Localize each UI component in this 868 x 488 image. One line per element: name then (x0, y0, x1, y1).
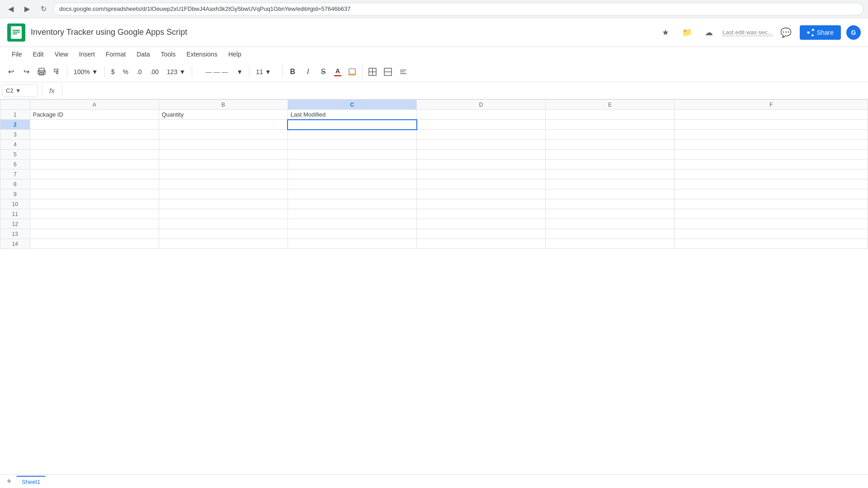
comments-button[interactable]: 💬 (778, 24, 794, 41)
cell-e7[interactable] (546, 169, 675, 179)
row-header-4[interactable]: 4 (0, 140, 30, 150)
cell-a2[interactable] (30, 120, 159, 130)
cell-e13[interactable] (546, 229, 675, 239)
add-sheet-button[interactable]: + (4, 476, 14, 487)
formula-input[interactable] (66, 84, 866, 97)
cell-d7[interactable] (417, 169, 546, 179)
cell-f6[interactable] (675, 160, 868, 169)
folder-button[interactable]: 📁 (679, 24, 695, 41)
strikethrough-button[interactable]: S (316, 65, 330, 79)
row-header-13[interactable]: 13 (0, 229, 30, 239)
row-header-6[interactable]: 6 (0, 160, 30, 169)
cell-f12[interactable] (675, 219, 868, 229)
col-header-e[interactable]: E (546, 100, 675, 110)
zoom-selector[interactable]: 100% ▼ (70, 66, 102, 77)
cell-a6[interactable] (30, 160, 159, 169)
row-header-1[interactable]: 1 (0, 110, 30, 120)
cell-e14[interactable] (546, 239, 675, 249)
cell-b14[interactable] (159, 239, 288, 249)
cell-e11[interactable] (546, 209, 675, 219)
cell-d6[interactable] (417, 160, 546, 169)
cell-e5[interactable] (546, 150, 675, 160)
col-header-c[interactable]: C (288, 100, 416, 110)
address-bar[interactable]: docs.google.com/spreadsheets/d/1lOeuwp2x… (53, 3, 863, 15)
italic-button[interactable]: I (301, 65, 315, 79)
col-header-b[interactable]: B (159, 100, 288, 110)
cell-d4[interactable] (417, 140, 546, 150)
row-header-5[interactable]: 5 (0, 150, 30, 160)
cell-a10[interactable] (30, 199, 159, 209)
row-header-8[interactable]: 8 (0, 179, 30, 189)
cell-a3[interactable] (30, 130, 159, 140)
cell-f10[interactable] (675, 199, 868, 209)
fill-color-button[interactable] (345, 65, 359, 79)
menu-data[interactable]: Data (132, 49, 155, 60)
col-header-f[interactable]: F (675, 100, 868, 110)
cell-c2[interactable] (288, 120, 416, 130)
cell-c3[interactable] (288, 130, 416, 140)
merge-cells-button[interactable] (381, 65, 395, 79)
menu-format[interactable]: Format (101, 49, 130, 60)
cell-d11[interactable] (417, 209, 546, 219)
cell-c5[interactable] (288, 150, 416, 160)
cell-a11[interactable] (30, 209, 159, 219)
row-header-12[interactable]: 12 (0, 219, 30, 229)
row-header-3[interactable]: 3 (0, 130, 30, 140)
cell-b2[interactable] (159, 120, 288, 130)
row-header-7[interactable]: 7 (0, 169, 30, 179)
cell-f13[interactable] (675, 229, 868, 239)
cell-a4[interactable] (30, 140, 159, 150)
print-button[interactable] (34, 65, 49, 79)
cell-e10[interactable] (546, 199, 675, 209)
cell-e8[interactable] (546, 179, 675, 189)
cell-f11[interactable] (675, 209, 868, 219)
decimal-inc-button[interactable]: .00 (146, 66, 162, 77)
cell-e12[interactable] (546, 219, 675, 229)
cell-c6[interactable] (288, 160, 416, 169)
cell-a9[interactable] (30, 189, 159, 199)
cell-e2[interactable] (546, 120, 675, 130)
cell-a7[interactable] (30, 169, 159, 179)
cell-d14[interactable] (417, 239, 546, 249)
text-align-button[interactable] (396, 65, 410, 79)
cell-b5[interactable] (159, 150, 288, 160)
cell-f4[interactable] (675, 140, 868, 150)
menu-edit[interactable]: Edit (28, 49, 48, 60)
menu-extensions[interactable]: Extensions (182, 49, 222, 60)
cell-b7[interactable] (159, 169, 288, 179)
cell-f1[interactable] (675, 110, 868, 120)
cell-f3[interactable] (675, 130, 868, 140)
back-button[interactable]: ◀ (5, 3, 17, 15)
cell-f8[interactable] (675, 179, 868, 189)
cell-f9[interactable] (675, 189, 868, 199)
percent-button[interactable]: % (119, 66, 132, 77)
cloud-button[interactable]: ☁ (701, 24, 717, 41)
format-number-selector[interactable]: 123 ▼ (163, 66, 189, 77)
bold-button[interactable]: B (285, 65, 300, 79)
cell-b13[interactable] (159, 229, 288, 239)
cell-d12[interactable] (417, 219, 546, 229)
grid-container[interactable]: A B C D E F 1Package IDQuantityLast Modi… (0, 99, 868, 474)
col-header-d[interactable]: D (417, 100, 546, 110)
font-size-selector[interactable]: 11 ▼ (252, 66, 279, 77)
user-avatar[interactable]: G (846, 25, 861, 40)
last-edit-text[interactable]: Last edit was sec... (722, 29, 773, 36)
cell-e9[interactable] (546, 189, 675, 199)
cell-c14[interactable] (288, 239, 416, 249)
cell-c10[interactable] (288, 199, 416, 209)
sheet-tab-sheet1[interactable]: Sheet1 (16, 476, 46, 487)
menu-insert[interactable]: Insert (75, 49, 99, 60)
cell-c1[interactable]: Last Modified (288, 110, 416, 120)
cell-b10[interactable] (159, 199, 288, 209)
cell-d5[interactable] (417, 150, 546, 160)
refresh-button[interactable]: ↻ (37, 3, 50, 15)
decimal-dec-button[interactable]: .0 (133, 66, 146, 77)
col-header-a[interactable]: A (30, 100, 159, 110)
row-header-10[interactable]: 10 (0, 199, 30, 209)
cell-b4[interactable] (159, 140, 288, 150)
menu-file[interactable]: File (7, 49, 27, 60)
paint-format-button[interactable] (50, 65, 64, 79)
cell-e4[interactable] (546, 140, 675, 150)
row-header-9[interactable]: 9 (0, 189, 30, 199)
cell-c13[interactable] (288, 229, 416, 239)
